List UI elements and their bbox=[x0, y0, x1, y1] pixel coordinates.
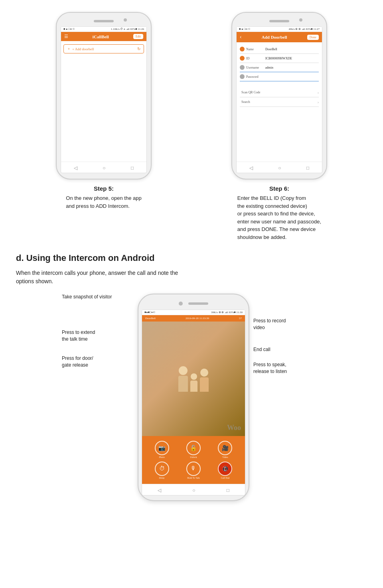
phone5-status-right: 1.10K/s ⏱ ⊕ .all 83%■ 11:26 bbox=[111, 28, 144, 31]
phone5-app-bar: ☰ iCallBell Edit bbox=[61, 32, 146, 41]
username-icon bbox=[240, 65, 245, 70]
phone6-nav-square[interactable]: □ bbox=[306, 165, 309, 171]
unlock-btn[interactable]: 🔓 Unlock bbox=[186, 441, 201, 458]
phone5-nav-square[interactable]: □ bbox=[131, 165, 134, 171]
call-time: 2016-09-28 11:33:39 bbox=[186, 317, 209, 320]
family-photo: Woo bbox=[142, 322, 245, 436]
add-doorbell-label: + Add doorbell bbox=[72, 47, 94, 51]
photo-btn[interactable]: 📷 Photo bbox=[155, 441, 169, 458]
annotation-press-speak: Press to speak,release to listen bbox=[253, 361, 321, 375]
call-status-left: ■●■□▪▪© bbox=[144, 311, 155, 314]
username-label: Username bbox=[246, 66, 264, 69]
call-title: DoorBell bbox=[145, 317, 156, 320]
video-btn[interactable]: 🎥 Video bbox=[218, 441, 232, 458]
scan-qr-row[interactable]: Scan QR Code › bbox=[240, 88, 319, 97]
person1-head bbox=[179, 366, 188, 375]
woo-text: Woo bbox=[227, 424, 241, 432]
id-label: ID bbox=[246, 57, 264, 60]
phone6-status-bar: ■ ● □▪▪ © 49b/s ⊕ ⊕ .all 83%■ 11:27 bbox=[237, 27, 322, 32]
phone6-done-btn[interactable]: Done bbox=[307, 35, 319, 40]
child-head bbox=[191, 373, 197, 380]
call-count: 57 bbox=[239, 317, 242, 320]
phone6-form: Name DoorBell ID ICB000009HWXDE Username… bbox=[237, 42, 322, 109]
annotation-extend-talk: Press to extendthe talk time bbox=[62, 329, 134, 343]
name-value[interactable]: DoorBell bbox=[265, 47, 319, 51]
search-chevron: › bbox=[318, 100, 319, 104]
phone5-col: ■ ● □▪▪ © 1.10K/s ⏱ ⊕ .all 83%■ 11:26 ☰ … bbox=[23, 12, 185, 210]
phone5-app-title: iCallBell bbox=[68, 34, 133, 39]
phone5-edit-btn[interactable]: Edit bbox=[133, 34, 143, 39]
call-status-bar: ■●■□▪▪© 39K/s ⊕ ⊕ .all 83%■ 11:30 bbox=[142, 310, 245, 315]
step5-desc: On the new phone, open the appand press … bbox=[64, 194, 143, 210]
username-value[interactable]: admin bbox=[265, 66, 319, 69]
phone5-shell: ■ ● □▪▪ © 1.10K/s ⏱ ⊕ .all 83%■ 11:26 ☰ … bbox=[56, 12, 152, 180]
phone6-screen: ■ ● □▪▪ © 49b/s ⊕ ⊕ .all 83%■ 11:27 ‹ Ad… bbox=[236, 26, 322, 173]
right-annotations: Press to recordvideo End call Press to s… bbox=[253, 294, 321, 419]
phone6-nav-back[interactable]: ◁ bbox=[249, 165, 253, 171]
person2-body bbox=[200, 377, 209, 392]
phone6-id-row: ID ICB000009HWXDE bbox=[240, 54, 319, 63]
phone6-nav: ◁ ○ □ bbox=[237, 162, 322, 173]
id-value[interactable]: ICB000009HWXDE bbox=[265, 57, 319, 60]
big-phone-top bbox=[179, 302, 208, 306]
phone6-username-row: Username admin bbox=[240, 63, 319, 72]
big-phone-nav-home[interactable]: ○ bbox=[192, 487, 195, 493]
big-phone-screen: ■●■□▪▪© 39K/s ⊕ ⊕ .all 83%■ 11:30 DoorBe… bbox=[142, 310, 245, 495]
photo-label: Photo bbox=[159, 456, 165, 458]
password-icon bbox=[240, 74, 245, 79]
phone5-speaker bbox=[94, 20, 114, 22]
left-annotations: Take snapshot of visitor Press to extend… bbox=[62, 294, 134, 412]
big-phone-camera bbox=[179, 302, 183, 306]
big-phone-speaker bbox=[188, 302, 208, 305]
name-label: Name bbox=[246, 47, 264, 51]
phone6-status-left: ■ ● □▪▪ © bbox=[239, 28, 250, 31]
unlock-label: Unlock bbox=[190, 456, 197, 458]
video-icon: 🎥 bbox=[218, 441, 232, 455]
phone5-content-area bbox=[61, 57, 146, 162]
bottom-section: Take snapshot of visitor Press to extend… bbox=[16, 294, 367, 501]
annotation-snapshot: Take snapshot of visitor bbox=[62, 294, 134, 300]
section-d-intro: When the intercom calls your phone, answ… bbox=[16, 269, 367, 286]
phone6-status-right: 49b/s ⊕ ⊕ .all 83%■ 11:27 bbox=[289, 28, 320, 31]
big-phone-nav-back[interactable]: ◁ bbox=[158, 487, 161, 493]
phone6-shell: ■ ● □▪▪ © 49b/s ⊕ ⊕ .all 83%■ 11:27 ‹ Ad… bbox=[231, 12, 327, 180]
annotation-door-release: Press for door/gate release bbox=[62, 355, 134, 369]
hold-talk-icon: 🎙 bbox=[186, 462, 201, 476]
phone6-content-area bbox=[237, 109, 322, 162]
child-body bbox=[190, 381, 197, 392]
hamburger-icon[interactable]: ☰ bbox=[64, 34, 68, 39]
phone5-nav-home[interactable]: ○ bbox=[103, 165, 105, 171]
phones-row: ■ ● □▪▪ © 1.10K/s ⏱ ⊕ .all 83%■ 11:26 ☰ … bbox=[16, 12, 367, 241]
phone6-nav-home[interactable]: ○ bbox=[278, 165, 281, 171]
phone6-speaker bbox=[269, 20, 289, 22]
person1 bbox=[178, 366, 188, 392]
call-top-bar: DoorBell 2016-09-28 11:33:39 57 bbox=[142, 315, 245, 322]
plus-icon: ＋ bbox=[67, 46, 71, 51]
phone6-col: ■ ● □▪▪ © 49b/s ⊕ ⊕ .all 83%■ 11:27 ‹ Ad… bbox=[199, 12, 360, 241]
name-icon bbox=[240, 47, 245, 51]
phone5-screen: ■ ● □▪▪ © 1.10K/s ⏱ ⊕ .all 83%■ 11:26 ☰ … bbox=[61, 26, 147, 173]
family-silhouette bbox=[178, 366, 209, 392]
delay-btn[interactable]: ⏱ Delay bbox=[155, 462, 169, 479]
search-row[interactable]: Search › bbox=[240, 97, 319, 107]
refresh-icon[interactable]: ↻ bbox=[137, 47, 140, 51]
phone5-nav-back[interactable]: ◁ bbox=[74, 165, 77, 171]
big-phone-nav: ◁ ○ □ bbox=[142, 484, 245, 495]
phone6-camera bbox=[299, 18, 302, 22]
video-label: Video bbox=[222, 456, 228, 458]
add-doorbell-row[interactable]: ＋ + Add doorbell ↻ bbox=[63, 44, 144, 53]
annotation-area: Take snapshot of visitor Press to extend… bbox=[16, 294, 367, 501]
phone5-camera bbox=[124, 18, 127, 22]
photo-icon: 📷 bbox=[155, 441, 169, 455]
btn-row-1: 📷 Photo 🔓 Unlock 🎥 Video bbox=[142, 439, 245, 460]
step6-desc: Enter the BELL ID (Copy fromthe existing… bbox=[236, 194, 323, 241]
unlock-icon: 🔓 bbox=[186, 441, 201, 455]
person2 bbox=[200, 369, 209, 392]
phone5-status-left: ■ ● □▪▪ © bbox=[63, 28, 75, 31]
big-phone-nav-square[interactable]: □ bbox=[227, 487, 229, 493]
phone6-name-row: Name DoorBell bbox=[240, 45, 319, 54]
call-end-btn[interactable]: 📵 Call End bbox=[218, 462, 232, 479]
hold-to-talk-btn[interactable]: 🎙 Hold To Talk bbox=[186, 462, 201, 479]
step6-label: Step 6: bbox=[269, 185, 289, 192]
btn-row-2: ⏱ Delay 🎙 Hold To Talk 📵 Call End bbox=[142, 460, 245, 481]
